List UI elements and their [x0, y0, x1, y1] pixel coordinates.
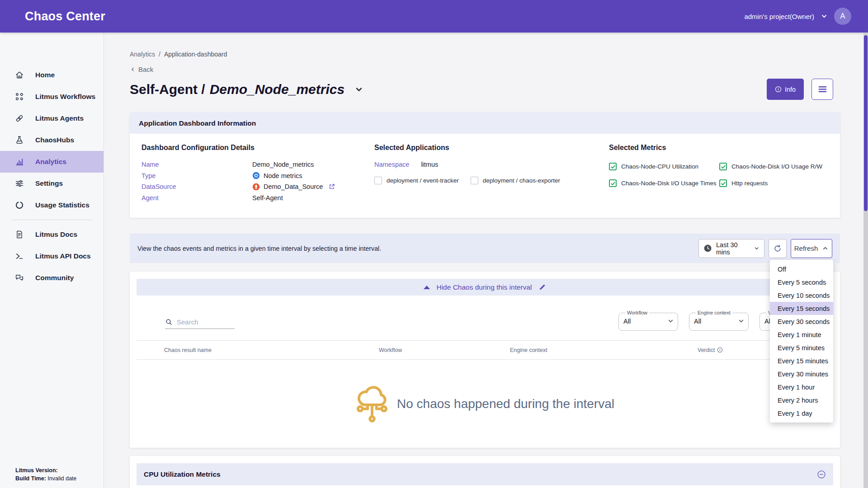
empty-message: No chaos happened during the interval: [397, 397, 614, 411]
back-button[interactable]: Back: [130, 66, 166, 73]
node-metrics-icon: [252, 172, 260, 179]
clock-icon: [703, 244, 712, 253]
config-value: Self-Agent: [252, 194, 283, 202]
config-row-datasource: DataSource Demo_Data_Source: [142, 181, 374, 192]
dashboard-options-button[interactable]: [811, 79, 833, 100]
refresh-icon: [773, 244, 782, 253]
metrics-section-title: Selected Metrics: [609, 144, 840, 152]
refresh-option[interactable]: Every 5 seconds: [770, 276, 833, 289]
checkbox-checked[interactable]: [719, 163, 727, 170]
search-input[interactable]: [177, 318, 235, 326]
avatar[interactable]: A: [834, 8, 851, 25]
sidebar-item-litmus-api-docs[interactable]: Litmus API Docs: [0, 245, 104, 267]
refresh-option[interactable]: Every 15 minutes: [770, 354, 833, 367]
metric-label: Http requests: [731, 180, 768, 187]
sidebar-item-litmus-agents[interactable]: Litmus Agents: [0, 108, 104, 129]
triangle-up-icon: [424, 286, 430, 289]
external-link-icon[interactable]: [328, 183, 335, 190]
metric-label: Chaos-Node-CPU Utilization: [621, 163, 698, 170]
checkbox-checked[interactable]: [609, 179, 617, 187]
sidebar-item-settings[interactable]: Settings: [0, 173, 104, 194]
refresh-option[interactable]: Off: [770, 263, 833, 276]
empty-state: No chaos happened during the interval: [137, 360, 833, 448]
top-header: Chaos Center admin's project(Owner) A: [0, 0, 868, 33]
interval-description: View the chaos events and metrics in a g…: [137, 244, 391, 253]
refresh-option[interactable]: Every 1 hour: [770, 380, 833, 394]
refresh-rate-button[interactable]: Refresh: [791, 239, 832, 258]
checkbox-unchecked[interactable]: [374, 177, 382, 184]
refresh-option-selected[interactable]: Every 15 seconds: [770, 302, 833, 315]
breadcrumb-separator: /: [159, 51, 160, 58]
breadcrumb-application-dashboard[interactable]: Application-dashboard: [164, 51, 227, 58]
time-range-select[interactable]: Last 30 mins: [698, 239, 764, 258]
checkbox-checked[interactable]: [719, 179, 727, 187]
refresh-option[interactable]: Every 10 seconds: [770, 289, 833, 302]
refresh-option[interactable]: Every 30 minutes: [770, 367, 833, 380]
sidebar-item-usage-statistics[interactable]: Usage Statistics: [0, 194, 104, 216]
sidebar-item-community[interactable]: Community: [0, 267, 104, 289]
sidebar-item-label: Litmus API Docs: [35, 252, 91, 260]
refresh-now-button[interactable]: [769, 239, 787, 258]
app-brand: Chaos Center: [25, 9, 105, 23]
application-checkbox-event-tracker[interactable]: deployment / event-tracker: [374, 177, 459, 184]
chaos-table-card: Hide Chaos during this interval Workflow…: [130, 272, 840, 448]
metric-checkbox-cpu-utilization[interactable]: Chaos-Node-CPU Utilization: [609, 163, 719, 170]
sidebar-item-label: Settings: [35, 179, 63, 188]
refresh-option[interactable]: Every 1 day: [770, 407, 833, 420]
refresh-option[interactable]: Every 30 seconds: [770, 315, 833, 328]
checkbox-checked[interactable]: [609, 163, 617, 170]
settings-icon: [14, 178, 24, 188]
workflow-filter-select[interactable]: Workflow All: [618, 310, 678, 331]
metric-label: Chaos-Node-Disk I/O Usage R/W: [731, 163, 822, 170]
engine-context-filter-select[interactable]: Engine context All: [689, 310, 749, 331]
search-field[interactable]: [165, 318, 235, 329]
metric-checkbox-disk-io-times[interactable]: Chaos-Node-Disk I/O Usage Times: [609, 179, 719, 187]
config-label: Name: [142, 161, 252, 168]
home-icon: [14, 70, 24, 80]
cpu-utilization-card: CPU Utilization Metrics: [130, 456, 840, 488]
sidebar-item-label: ChaosHubs: [35, 136, 74, 144]
metric-checkbox-http-requests[interactable]: Http requests: [719, 179, 840, 187]
config-section-title: Dashboard Configuration Details: [142, 144, 374, 152]
collapse-minus-icon[interactable]: [817, 470, 826, 479]
info-button[interactable]: Info: [767, 79, 804, 100]
sidebar-item-label: Home: [35, 71, 55, 79]
checkbox-unchecked[interactable]: [471, 177, 478, 184]
refresh-option[interactable]: Every 2 hours: [770, 394, 833, 407]
agents-icon: [14, 113, 24, 123]
refresh-option[interactable]: Every 1 minute: [770, 328, 833, 341]
application-checkbox-chaos-exporter[interactable]: deployment / chaos-exporter: [471, 177, 560, 184]
sidebar-item-home[interactable]: Home: [0, 64, 104, 86]
dashboard-switcher-chevron-icon[interactable]: [354, 85, 363, 94]
hide-chaos-toggle[interactable]: Hide Chaos during this interval: [137, 279, 833, 296]
litmus-version-label: Litmus Version:: [15, 467, 58, 474]
sidebar-item-chaoshubs[interactable]: ChaosHubs: [0, 129, 104, 151]
metric-checkbox-disk-io-rw[interactable]: Chaos-Node-Disk I/O Usage R/W: [719, 163, 840, 170]
verdict-info-icon[interactable]: [717, 347, 723, 353]
dashboard-configuration-details: Dashboard Configuration Details Name Dem…: [142, 144, 374, 218]
application-label: deployment / event-tracker: [387, 177, 459, 184]
sidebar-item-litmus-docs[interactable]: Litmus Docs: [0, 224, 104, 245]
sidebar-item-litmus-workflows[interactable]: Litmus Workflows: [0, 86, 104, 108]
hamburger-icon: [817, 84, 828, 94]
title-row: Self-Agent / Demo_Node_metrics Info: [130, 79, 840, 100]
refresh-button-label: Refresh: [794, 244, 818, 252]
namespace-label: Namespace: [374, 161, 409, 168]
scrollbar-thumb[interactable]: [864, 35, 868, 211]
page-title: Self-Agent / Demo_Node_metrics: [130, 82, 344, 97]
scrollbar[interactable]: [863, 33, 868, 488]
application-dashboard-information-card: Application Dashboard Information Dashbo…: [130, 113, 840, 218]
sidebar-item-analytics[interactable]: Analytics: [0, 151, 104, 173]
chevron-down-icon: [738, 318, 745, 324]
sidebar-item-label: Litmus Workflows: [35, 93, 95, 101]
column-chaos-result-name: Chaos result name: [164, 347, 379, 353]
api-docs-icon: [14, 251, 24, 261]
analytics-icon: [14, 157, 24, 167]
config-label: Type: [142, 172, 252, 179]
breadcrumb-analytics[interactable]: Analytics: [130, 51, 155, 58]
project-switcher[interactable]: admin's project(Owner) A: [744, 8, 851, 25]
edit-pencil-icon[interactable]: [538, 283, 546, 291]
chevron-down-icon: [821, 13, 828, 20]
application-label: deployment / chaos-exporter: [483, 177, 560, 184]
refresh-option[interactable]: Every 5 minutes: [770, 341, 833, 354]
